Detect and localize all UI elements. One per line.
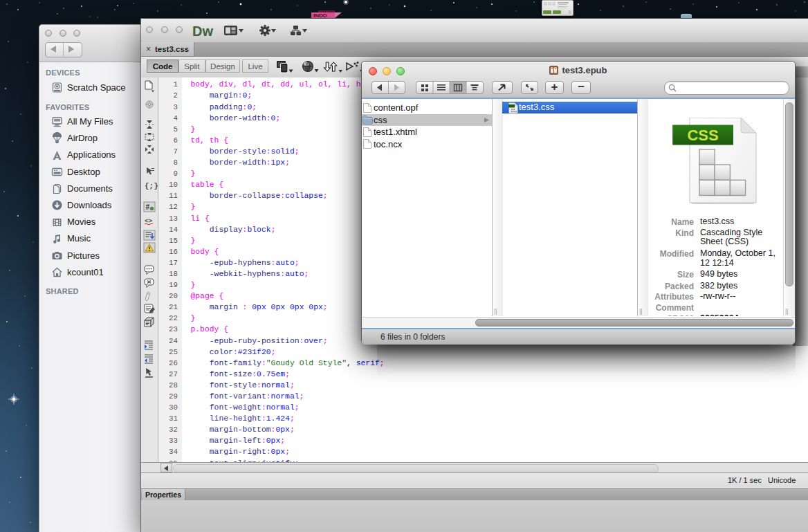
- svg-text:{;}: {;}: [145, 182, 158, 190]
- svg-text:CSS: CSS: [687, 127, 718, 144]
- svg-text:#: #: [146, 203, 150, 211]
- svg-text:<>: <>: [145, 217, 153, 224]
